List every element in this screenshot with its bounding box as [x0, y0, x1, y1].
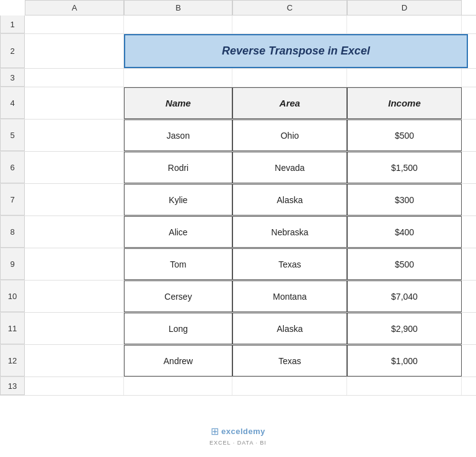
col-header-a: A [25, 0, 124, 15]
row-number-9: 9 [0, 248, 25, 280]
cell-13c[interactable] [232, 377, 347, 395]
cell-area-texas-andrew[interactable]: Texas [232, 345, 347, 376]
cell-12a[interactable] [25, 345, 124, 376]
table-row: 10 Cersey Montana $7,040 [0, 281, 476, 313]
cell-name-jason[interactable]: Jason [124, 120, 232, 151]
cell-area-alaska-kylie[interactable]: Alaska [232, 184, 347, 215]
cell-1b[interactable] [124, 15, 232, 33]
watermark-tagline: EXCEL · DATA · BI [209, 440, 267, 446]
row-number-5: 5 [0, 120, 25, 151]
cell-1d[interactable] [347, 15, 462, 33]
row-number-11: 11 [0, 313, 25, 344]
column-headers: A B C D [25, 0, 476, 15]
cell-5a[interactable] [25, 120, 124, 151]
cell-2a[interactable] [25, 34, 124, 68]
cell-8a[interactable] [25, 216, 124, 248]
row-number-1: 1 [0, 15, 25, 33]
cell-9a[interactable] [25, 248, 124, 280]
table-row: 1 [0, 15, 476, 34]
cell-area-ohio[interactable]: Ohio [232, 120, 347, 151]
row-number-10: 10 [0, 281, 25, 312]
sheet-body: 1 2 Reverse Transpose in Excel 3 4 N [0, 15, 476, 396]
spreadsheet: A B C D 1 2 Reverse Transpose in Excel 3 [0, 0, 476, 457]
table-row: 7 Kylie Alaska $300 [0, 184, 476, 216]
table-header-area[interactable]: Area [232, 87, 347, 119]
cell-income-7040[interactable]: $7,040 [347, 281, 462, 312]
table-row: 3 [0, 69, 476, 87]
row-number-3: 3 [0, 69, 25, 87]
cell-area-nevada[interactable]: Nevada [232, 152, 347, 183]
row-number-2: 2 [0, 34, 25, 68]
cell-7a[interactable] [25, 184, 124, 215]
row-number-12: 12 [0, 345, 25, 376]
cell-name-andrew[interactable]: Andrew [124, 345, 232, 376]
cell-name-tom[interactable]: Tom [124, 248, 232, 280]
cell-income-400[interactable]: $400 [347, 216, 462, 248]
row-number-7: 7 [0, 184, 25, 215]
cell-income-500a[interactable]: $500 [347, 120, 462, 151]
cell-3a[interactable] [25, 69, 124, 87]
cell-income-1500[interactable]: $1,500 [347, 152, 462, 183]
cell-13d[interactable] [347, 377, 462, 395]
table-row: 11 Long Alaska $2,900 [0, 313, 476, 345]
table-row: 2 Reverse Transpose in Excel [0, 34, 476, 69]
col-header-b: B [124, 0, 232, 15]
table-header-income[interactable]: Income [347, 87, 462, 119]
watermark-brand: exceldemy [221, 427, 265, 436]
table-header-name[interactable]: Name [124, 87, 232, 119]
cell-3d[interactable] [347, 69, 462, 87]
title-cell[interactable]: Reverse Transpose in Excel [124, 34, 468, 68]
cell-area-nebraska[interactable]: Nebraska [232, 216, 347, 248]
cell-name-cersey[interactable]: Cersey [124, 281, 232, 312]
row-number-4: 4 [0, 87, 25, 119]
cell-3b[interactable] [124, 69, 232, 87]
row-number-8: 8 [0, 216, 25, 248]
cell-13b[interactable] [124, 377, 232, 395]
table-row: 6 Rodri Nevada $1,500 [0, 152, 476, 184]
watermark-logo: ⊞ exceldemy [210, 422, 266, 440]
row-number-13: 13 [0, 377, 25, 395]
col-header-d: D [347, 0, 462, 15]
cell-income-300[interactable]: $300 [347, 184, 462, 215]
cell-6a[interactable] [25, 152, 124, 183]
cell-11a[interactable] [25, 313, 124, 344]
table-row: 12 Andrew Texas $1,000 [0, 345, 476, 377]
cell-name-rodri[interactable]: Rodri [124, 152, 232, 183]
cell-income-2900[interactable]: $2,900 [347, 313, 462, 344]
watermark-icon: ⊞ [211, 425, 219, 437]
table-row: 5 Jason Ohio $500 [0, 120, 476, 152]
table-row: 8 Alice Nebraska $400 [0, 216, 476, 248]
cell-income-1000[interactable]: $1,000 [347, 345, 462, 376]
table-row: 13 [0, 377, 476, 396]
cell-area-alaska-long[interactable]: Alaska [232, 313, 347, 344]
watermark: ⊞ exceldemy EXCEL · DATA · BI [209, 422, 267, 446]
col-header-c: C [232, 0, 347, 15]
row-number-6: 6 [0, 152, 25, 183]
table-row: 4 Name Area Income [0, 87, 476, 120]
cell-name-long[interactable]: Long [124, 313, 232, 344]
cell-10a[interactable] [25, 281, 124, 312]
cell-4a[interactable] [25, 87, 124, 119]
spreadsheet-title: Reverse Transpose in Excel [222, 45, 370, 58]
cell-1c[interactable] [232, 15, 347, 33]
cell-3c[interactable] [232, 69, 347, 87]
cell-13a[interactable] [25, 377, 124, 395]
cell-income-500b[interactable]: $500 [347, 248, 462, 280]
table-row: 9 Tom Texas $500 [0, 248, 476, 281]
cell-area-montana[interactable]: Montana [232, 281, 347, 312]
cell-name-alice[interactable]: Alice [124, 216, 232, 248]
cell-1a[interactable] [25, 15, 124, 33]
cell-name-kylie[interactable]: Kylie [124, 184, 232, 215]
cell-area-texas-tom[interactable]: Texas [232, 248, 347, 280]
